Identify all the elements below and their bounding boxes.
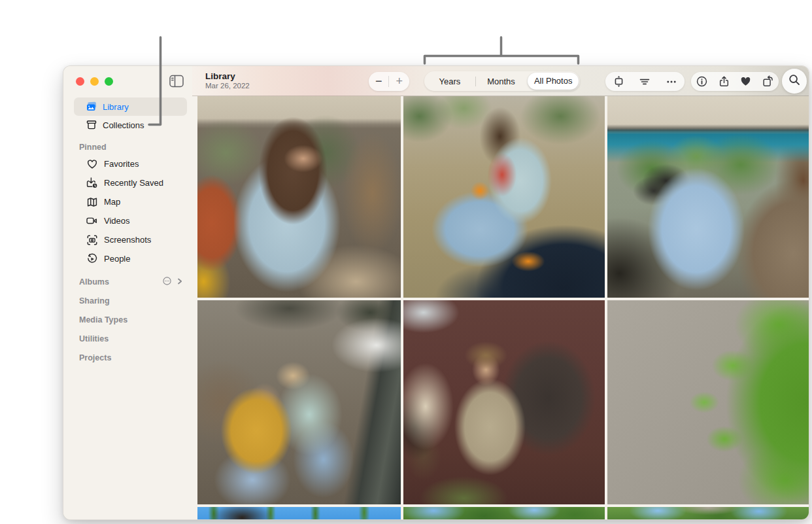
- sidebar-section-media-types[interactable]: Media Types: [79, 314, 184, 326]
- photo-thumbnail[interactable]: [197, 300, 401, 504]
- photos-library-icon: [86, 101, 97, 113]
- sidebar-item-videos[interactable]: Videos: [74, 211, 187, 230]
- favorite-heart-icon[interactable]: [737, 73, 754, 90]
- sidebar-item-collections[interactable]: Collections: [74, 116, 187, 134]
- sidebar-section-utilities[interactable]: Utilities: [79, 333, 184, 345]
- photo-thumbnail[interactable]: [607, 507, 809, 519]
- page-title: Library: [205, 71, 250, 81]
- segmented-control-callout-bracket: [425, 37, 579, 63]
- close-button[interactable]: [76, 77, 84, 86]
- sidebar-item-label: Library: [103, 102, 129, 112]
- sidebar-item-label: People: [104, 254, 130, 264]
- zoom-in-button[interactable]: +: [390, 72, 409, 91]
- photo-thumbnail[interactable]: [197, 96, 401, 298]
- video-camera-icon: [86, 215, 98, 227]
- screenshot-icon: [86, 234, 98, 246]
- tab-months[interactable]: Months: [476, 77, 527, 86]
- sidebar-item-label: Screenshots: [104, 235, 151, 245]
- photo-thumbnail[interactable]: [403, 507, 605, 519]
- more-options-icon[interactable]: [663, 73, 680, 90]
- minimize-button[interactable]: [90, 77, 99, 86]
- sidebar-item-map[interactable]: Map: [74, 192, 187, 211]
- sidebar-item-favorites[interactable]: Favorites: [74, 154, 187, 173]
- sidebar-item-label: Videos: [104, 216, 130, 226]
- sidebar-item-screenshots[interactable]: Screenshots: [74, 230, 187, 249]
- content-area: Library Mar 26, 2022 − + Years Months Al…: [192, 66, 809, 519]
- sidebar-item-label: Recently Saved: [104, 178, 163, 188]
- chevron-right-icon[interactable]: [176, 277, 184, 287]
- collections-box-icon: [86, 119, 97, 131]
- section-label: Utilities: [79, 334, 109, 343]
- date-label: Mar 26, 2022: [205, 82, 250, 90]
- thumbnail-zoom-control: − +: [369, 72, 409, 91]
- tab-all-photos[interactable]: All Photos: [528, 73, 579, 90]
- photo-grid: [197, 96, 809, 519]
- view-title: Library Mar 26, 2022: [205, 71, 250, 90]
- sidebar-item-label: Favorites: [104, 159, 139, 169]
- window-controls: [76, 77, 113, 86]
- sidebar-section-albums[interactable]: Albums: [79, 276, 184, 288]
- pinned-section-header: Pinned: [79, 143, 107, 152]
- photo-thumbnail[interactable]: [403, 300, 605, 504]
- view-segmented-control: Years Months All Photos: [424, 71, 580, 91]
- map-icon: [86, 196, 98, 208]
- screenshot-canvas: Library Collections Pinned F: [0, 0, 812, 524]
- rotate-icon[interactable]: [759, 73, 776, 90]
- share-icon[interactable]: [715, 73, 732, 90]
- photos-app-window: Library Collections Pinned F: [63, 65, 809, 520]
- aspect-resize-icon[interactable]: [610, 73, 627, 90]
- sidebar-section-sharing[interactable]: Sharing: [79, 295, 184, 307]
- zoom-out-button[interactable]: −: [369, 72, 388, 91]
- section-label: Media Types: [79, 315, 127, 324]
- sidebar-item-people[interactable]: People: [74, 249, 187, 268]
- photo-thumbnail[interactable]: [197, 507, 401, 519]
- sidebar-toggle-icon[interactable]: [169, 74, 184, 88]
- album-options-icon[interactable]: [162, 276, 172, 288]
- section-label: Sharing: [79, 296, 110, 306]
- sidebar-item-recently-saved[interactable]: Recently Saved: [74, 173, 187, 192]
- section-label: Albums: [79, 277, 109, 287]
- zoom-window-button[interactable]: [105, 77, 113, 86]
- toolbar-group-actions: [691, 72, 779, 91]
- toolbar: Library Mar 26, 2022 − + Years Months Al…: [192, 66, 809, 96]
- filter-icon[interactable]: [636, 73, 653, 90]
- recently-saved-icon: [86, 177, 98, 189]
- photo-thumbnail[interactable]: [403, 96, 605, 298]
- sidebar-item-label: Map: [104, 197, 120, 207]
- sidebar: Library Collections Pinned F: [63, 66, 192, 519]
- toolbar-group-view-options: [605, 72, 685, 91]
- search-button[interactable]: [782, 69, 807, 94]
- sidebar-section-projects[interactable]: Projects: [79, 352, 184, 364]
- photo-thumbnail[interactable]: [607, 300, 809, 504]
- sidebar-item-library[interactable]: Library: [74, 97, 187, 116]
- people-icon: [86, 253, 98, 265]
- search-icon: [788, 73, 801, 89]
- section-label: Projects: [79, 353, 111, 362]
- photo-thumbnail[interactable]: [607, 96, 809, 298]
- heart-icon: [86, 158, 98, 170]
- sidebar-item-label: Collections: [103, 120, 144, 130]
- tab-years[interactable]: Years: [424, 77, 475, 86]
- info-icon[interactable]: [694, 73, 711, 90]
